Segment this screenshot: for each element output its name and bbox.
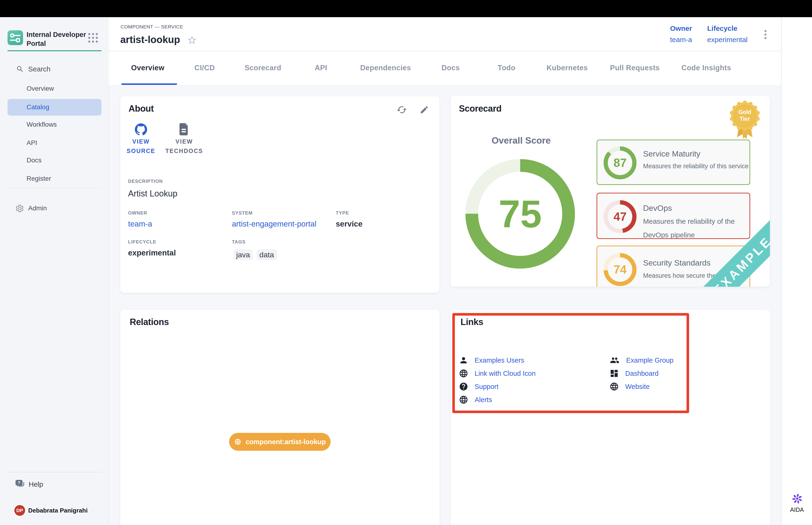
svg-text:Gold: Gold (738, 109, 751, 115)
svg-text:Tier: Tier (740, 116, 750, 122)
svg-text:?: ? (18, 481, 20, 485)
